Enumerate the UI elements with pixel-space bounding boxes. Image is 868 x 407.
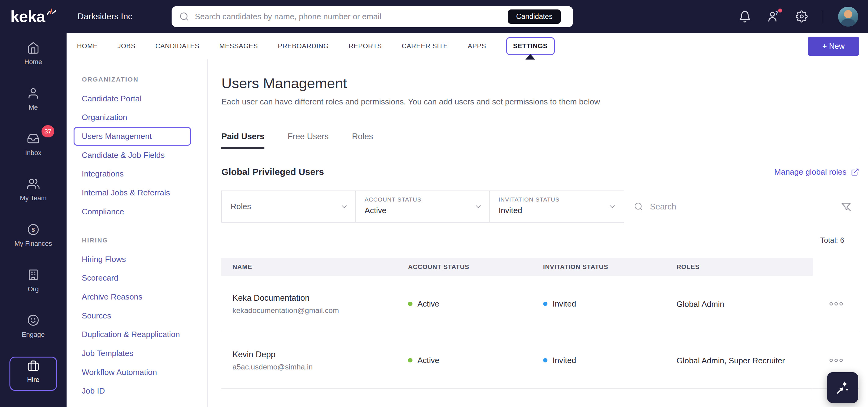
account-status-filter-dropdown[interactable]: ACCOUNT STATUS Active bbox=[355, 190, 490, 223]
settings-item-duplication-reapplication[interactable]: Duplication & Reapplication bbox=[73, 325, 191, 344]
column-header-roles: ROLES bbox=[677, 258, 813, 276]
tab-reports[interactable]: REPORTS bbox=[349, 42, 382, 50]
sidebar-item-label: Org bbox=[28, 285, 39, 293]
tab-roles[interactable]: Roles bbox=[352, 132, 373, 148]
settings-sidebar: ORGANIZATION Candidate Portal Organizati… bbox=[67, 59, 208, 407]
sidebar-item-org[interactable]: Org bbox=[0, 260, 67, 306]
cell-actions bbox=[813, 276, 859, 332]
person-icon bbox=[27, 87, 40, 100]
table-row-partial bbox=[221, 389, 859, 400]
settings-item-job-templates[interactable]: Job Templates bbox=[73, 344, 191, 363]
sidebar-item-hire[interactable]: Hire bbox=[0, 351, 67, 397]
hire-module-nav: HOME JOBS CANDIDATES MESSAGES PREBOARDIN… bbox=[67, 33, 868, 59]
header-icon-group: ? bbox=[739, 0, 858, 33]
global-search-bar[interactable]: Candidates bbox=[172, 6, 573, 27]
tab-free-users[interactable]: Free Users bbox=[288, 132, 329, 148]
building-icon bbox=[27, 269, 40, 281]
settings-item-candidate-portal[interactable]: Candidate Portal bbox=[73, 89, 191, 108]
invitation-status-filter-value: Invited bbox=[499, 206, 615, 215]
user-roles: Global Admin, Super Recruiter bbox=[677, 356, 785, 365]
engage-icon bbox=[27, 314, 40, 327]
manage-global-roles-link[interactable]: Manage global roles bbox=[774, 167, 859, 177]
tab-messages[interactable]: MESSAGES bbox=[219, 42, 258, 50]
sidebar-item-my-team[interactable]: My Team bbox=[0, 169, 67, 215]
home-icon bbox=[27, 41, 40, 54]
sidebar-item-label: My Team bbox=[20, 194, 47, 202]
inbox-icon bbox=[27, 132, 40, 145]
tab-jobs[interactable]: JOBS bbox=[118, 42, 135, 50]
tab-apps[interactable]: APPS bbox=[468, 42, 486, 50]
help-notification-dot bbox=[777, 8, 783, 13]
settings-item-sources[interactable]: Sources bbox=[73, 306, 191, 325]
account-status-filter-label: ACCOUNT STATUS bbox=[365, 196, 481, 203]
tab-candidates[interactable]: CANDIDATES bbox=[155, 42, 199, 50]
filter-clear-icon bbox=[840, 201, 851, 212]
settings-item-organization[interactable]: Organization bbox=[73, 108, 191, 127]
sidebar-item-me[interactable]: Me bbox=[0, 79, 67, 124]
settings-item-scorecard[interactable]: Scorecard bbox=[73, 269, 191, 288]
app-sidebar: Home Me Inbox 37 My Team $ My Finances O… bbox=[0, 33, 67, 407]
search-icon bbox=[179, 11, 189, 22]
sidebar-item-label: My Finances bbox=[14, 240, 52, 248]
notifications-button[interactable] bbox=[739, 10, 751, 23]
settings-item-compliance[interactable]: Compliance bbox=[73, 202, 191, 221]
help-button[interactable]: ? bbox=[766, 10, 781, 24]
settings-item-candidate-job-fields[interactable]: Candidate & Job Fields bbox=[73, 146, 191, 164]
invitation-status-filter-dropdown[interactable]: INVITATION STATUS Invited bbox=[489, 190, 624, 223]
column-header-name: NAME bbox=[221, 258, 408, 276]
more-options-icon bbox=[829, 357, 843, 363]
page-subtitle: Each user can have different roles and p… bbox=[221, 97, 859, 106]
settings-item-users-management[interactable]: Users Management bbox=[73, 127, 191, 146]
tab-home[interactable]: HOME bbox=[77, 42, 97, 50]
users-search-field[interactable] bbox=[624, 190, 860, 223]
keka-logo[interactable]: keka bbox=[0, 8, 67, 25]
app-window: keka Darksiders Inc Candidates ? bbox=[0, 0, 868, 407]
user-roles: Global Admin bbox=[677, 300, 724, 309]
sidebar-item-inbox[interactable]: Inbox 37 bbox=[0, 124, 67, 169]
invited-status-dot bbox=[543, 302, 548, 306]
row-actions-menu-button[interactable] bbox=[829, 357, 843, 363]
sidebar-item-label: Home bbox=[24, 58, 42, 66]
column-header-invitation-status: INVITATION STATUS bbox=[543, 258, 677, 276]
user-avatar[interactable] bbox=[838, 7, 858, 27]
tab-settings[interactable]: SETTINGS bbox=[506, 37, 555, 55]
cell-account-status: Active bbox=[408, 356, 543, 365]
settings-item-hiring-flows[interactable]: Hiring Flows bbox=[73, 250, 191, 269]
settings-item-integrations[interactable]: Integrations bbox=[73, 164, 191, 184]
tab-preboarding[interactable]: PREBOARDING bbox=[278, 42, 329, 50]
user-email: a5ac.usdemo@simha.in bbox=[232, 363, 408, 371]
new-button[interactable]: + New bbox=[808, 37, 860, 56]
invited-status-dot bbox=[543, 358, 548, 363]
chevron-down-icon bbox=[340, 202, 348, 211]
cell-roles: Global Admin bbox=[677, 299, 813, 309]
sidebar-item-engage[interactable]: Engage bbox=[0, 306, 67, 351]
settings-item-archive-reasons[interactable]: Archive Reasons bbox=[73, 288, 191, 307]
settings-item-workflow-automation[interactable]: Workflow Automation bbox=[73, 363, 191, 382]
invitation-status-text: Invited bbox=[553, 356, 576, 365]
tab-career-site[interactable]: CAREER SITE bbox=[402, 42, 448, 50]
clear-filters-button[interactable] bbox=[840, 201, 851, 212]
global-search-input[interactable] bbox=[195, 12, 508, 21]
tab-paid-users[interactable]: Paid Users bbox=[221, 132, 265, 149]
users-tabs: Paid Users Free Users Roles bbox=[221, 132, 859, 148]
roles-filter-dropdown[interactable]: Roles bbox=[221, 190, 356, 223]
account-status-text: Active bbox=[417, 356, 439, 365]
table-row: Keka Documentation kekadocumentation@gma… bbox=[221, 276, 859, 332]
cell-roles: Global Admin, Super Recruiter bbox=[677, 355, 813, 366]
cell-invitation-status: Invited bbox=[543, 356, 677, 365]
finances-icon: $ bbox=[27, 223, 40, 236]
page-title: Users Management bbox=[221, 75, 859, 92]
settings-button[interactable] bbox=[796, 10, 808, 23]
row-actions-menu-button[interactable] bbox=[829, 301, 843, 307]
ai-assistant-button[interactable] bbox=[827, 372, 858, 403]
team-icon bbox=[27, 178, 40, 190]
sidebar-item-my-finances[interactable]: $ My Finances bbox=[0, 215, 67, 260]
search-scope-pill[interactable]: Candidates bbox=[508, 9, 561, 24]
sidebar-item-home[interactable]: Home bbox=[0, 33, 67, 79]
column-header-account-status: ACCOUNT STATUS bbox=[408, 258, 543, 276]
manage-global-roles-label: Manage global roles bbox=[774, 167, 847, 177]
users-search-input[interactable] bbox=[650, 202, 840, 212]
settings-item-job-id[interactable]: Job ID bbox=[73, 382, 191, 401]
bell-icon bbox=[739, 10, 751, 23]
settings-item-internal-jobs-referrals[interactable]: Internal Jobs & Referrals bbox=[73, 184, 191, 202]
